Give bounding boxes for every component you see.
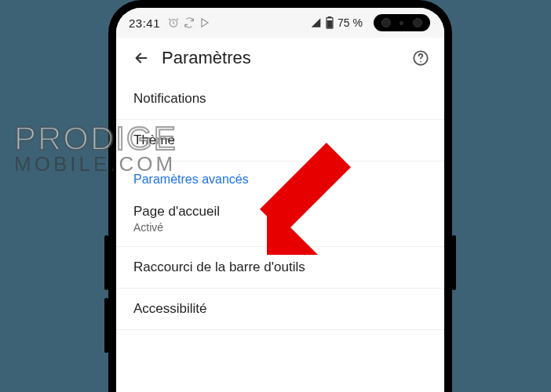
row-label: Notifications xyxy=(133,91,427,107)
settings-row-cutoff[interactable] xyxy=(116,330,444,358)
page-title: Paramètres xyxy=(162,48,407,68)
settings-row-toolbar-shortcut[interactable]: Raccourci de la barre d'outils xyxy=(116,247,444,289)
phone-screen: 23:41 75 % Paramètres xyxy=(116,8,444,392)
row-label xyxy=(133,343,427,346)
settings-list: Notifications Thème Paramètres avancés P… xyxy=(116,78,444,358)
status-bar: 23:41 75 % xyxy=(116,8,444,38)
status-icons-left xyxy=(168,17,210,28)
settings-row-accessibility[interactable]: Accessibilité xyxy=(116,289,444,330)
app-bar: Paramètres xyxy=(116,38,444,78)
volume-up-button xyxy=(104,235,108,290)
row-label: Thème xyxy=(133,132,427,148)
arrow-left-icon xyxy=(133,49,150,67)
phone-frame: 23:41 75 % Paramètres xyxy=(108,0,452,392)
settings-row-homepage[interactable]: Page d'accueil Activé xyxy=(116,191,444,247)
camera-cutout xyxy=(374,14,430,31)
volume-down-button xyxy=(104,298,108,353)
help-icon xyxy=(412,49,429,67)
status-icons-right: 75 % xyxy=(310,16,363,29)
row-subtitle: Activé xyxy=(133,221,427,234)
status-time: 23:41 xyxy=(129,16,160,30)
row-label: Raccourci de la barre d'outils xyxy=(133,260,427,275)
signal-icon xyxy=(310,17,322,28)
power-button xyxy=(452,235,456,290)
row-label: Accessibilité xyxy=(133,301,427,317)
sync-icon xyxy=(184,17,195,28)
svg-rect-2 xyxy=(328,16,330,18)
settings-row-theme[interactable]: Thème xyxy=(116,120,444,162)
settings-row-notifications[interactable]: Notifications xyxy=(116,78,444,120)
help-button[interactable] xyxy=(407,44,435,72)
play-icon xyxy=(199,17,210,28)
battery-icon xyxy=(326,16,334,29)
svg-rect-3 xyxy=(327,21,332,27)
row-label: Page d'accueil xyxy=(133,204,427,220)
battery-percent: 75 % xyxy=(338,16,363,29)
back-button[interactable] xyxy=(126,42,157,74)
section-header-advanced: Paramètres avancés xyxy=(116,162,444,191)
alarm-icon xyxy=(168,17,179,28)
